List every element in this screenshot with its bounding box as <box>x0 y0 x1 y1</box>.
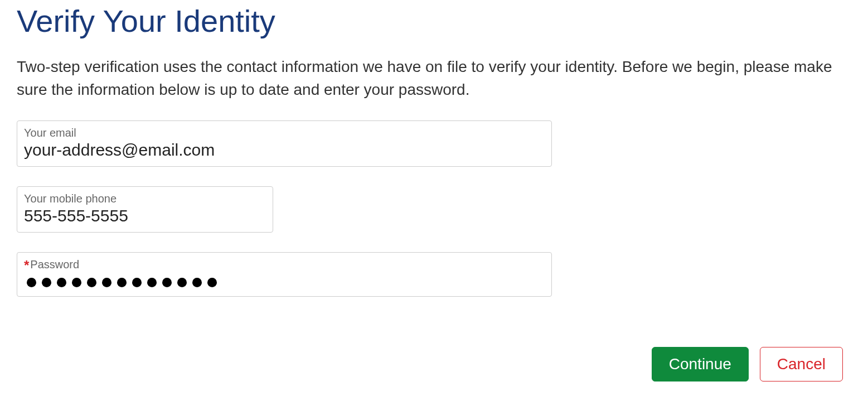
phone-label: Your mobile phone <box>24 192 266 205</box>
password-dot-icon <box>27 278 36 287</box>
password-dot-icon <box>162 278 172 287</box>
password-dot-icon <box>117 278 127 287</box>
email-label: Your email <box>24 127 545 139</box>
button-row: Continue Cancel <box>17 347 851 381</box>
password-dot-icon <box>177 278 187 287</box>
phone-input[interactable] <box>24 206 266 225</box>
phone-field-group: Your mobile phone <box>17 186 851 233</box>
page-title: Verify Your Identity <box>17 3 851 39</box>
email-input-container[interactable]: Your email <box>17 120 552 167</box>
password-dot-icon <box>87 278 96 287</box>
password-dot-icon <box>72 278 81 287</box>
password-field-group: * Password <box>17 252 851 297</box>
required-asterisk-icon: * <box>24 259 29 272</box>
password-dot-icon <box>192 278 202 287</box>
password-input-container[interactable]: * Password <box>17 252 552 297</box>
email-field-group: Your email <box>17 120 851 167</box>
password-dot-icon <box>102 278 111 287</box>
password-dot-icon <box>132 278 142 287</box>
password-dot-icon <box>57 278 66 287</box>
password-dot-icon <box>207 278 217 287</box>
continue-button[interactable]: Continue <box>652 347 749 381</box>
cancel-button[interactable]: Cancel <box>760 347 843 381</box>
password-dot-icon <box>42 278 51 287</box>
password-dot-icon <box>147 278 157 287</box>
verification-description: Two-step verification uses the contact i… <box>17 56 851 101</box>
email-input[interactable] <box>24 141 545 160</box>
password-label: Password <box>30 258 79 271</box>
phone-input-container[interactable]: Your mobile phone <box>17 186 273 233</box>
password-input[interactable] <box>24 278 545 287</box>
